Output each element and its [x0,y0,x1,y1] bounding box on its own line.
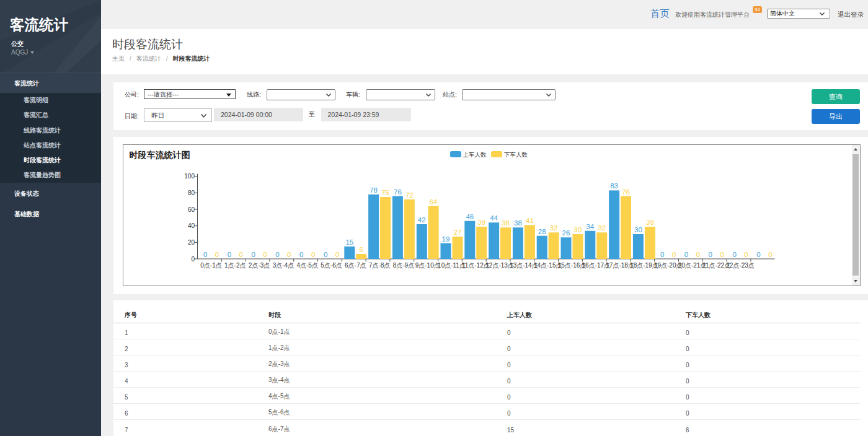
svg-text:76: 76 [622,188,630,195]
svg-text:0点-1点: 0点-1点 [200,261,221,268]
svg-text:46: 46 [466,212,474,220]
svg-text:0: 0 [299,250,303,258]
svg-text:8点-9点: 8点-9点 [392,261,414,268]
svg-text:0: 0 [203,250,206,258]
svg-text:32: 32 [598,224,606,232]
svg-text:78: 78 [370,186,378,194]
svg-text:38: 38 [514,219,522,227]
svg-text:80: 80 [187,190,195,196]
svg-text:9点-10点: 9点-10点 [415,261,440,268]
svg-text:0: 0 [251,250,255,258]
svg-text:0: 0 [768,250,772,258]
svg-text:0: 0 [263,250,267,258]
svg-text:39: 39 [646,219,654,226]
svg-text:0: 0 [311,250,314,258]
svg-text:0: 0 [227,250,231,258]
svg-text:30: 30 [574,226,582,233]
svg-text:0: 0 [191,255,195,262]
svg-text:3点-4点: 3点-4点 [272,261,293,268]
svg-text:20: 20 [187,238,195,245]
svg-text:0: 0 [756,250,760,258]
svg-text:0: 0 [708,250,712,258]
svg-text:0: 0 [696,250,699,258]
svg-text:6点-7点: 6点-7点 [345,261,366,268]
svg-text:34: 34 [586,222,594,230]
svg-text:1点-2点: 1点-2点 [224,261,246,268]
svg-text:41: 41 [526,217,534,224]
svg-text:0: 0 [744,250,748,258]
svg-text:0: 0 [239,250,242,258]
svg-text:26: 26 [562,229,570,237]
svg-text:0: 0 [660,250,663,258]
svg-text:32: 32 [549,224,557,232]
svg-text:22点-23点: 22点-23点 [726,261,755,268]
svg-text:39: 39 [477,219,485,226]
svg-text:28: 28 [538,227,546,235]
svg-text:7点-8点: 7点-8点 [368,261,389,268]
svg-text:0: 0 [323,250,327,258]
svg-text:40: 40 [187,222,195,229]
svg-text:15: 15 [345,238,353,246]
svg-text:0: 0 [720,250,724,258]
svg-text:60: 60 [187,206,195,212]
svg-text:83: 83 [610,182,618,190]
svg-text:100: 100 [184,173,195,180]
svg-text:42: 42 [417,216,425,224]
svg-text:6: 6 [359,246,363,253]
svg-text:0: 0 [684,250,688,258]
svg-text:44: 44 [490,214,498,222]
svg-text:0: 0 [287,250,291,258]
svg-text:76: 76 [394,188,402,195]
svg-text:0: 0 [335,250,339,258]
svg-text:4点-5点: 4点-5点 [296,261,317,268]
svg-text:0: 0 [275,250,279,258]
svg-text:30: 30 [634,226,642,233]
svg-text:64: 64 [429,198,437,205]
svg-text:0: 0 [671,250,675,258]
svg-text:27: 27 [453,229,461,236]
svg-text:72: 72 [405,191,413,199]
svg-text:5点-6点: 5点-6点 [321,261,342,268]
svg-text:75: 75 [381,189,389,196]
svg-text:19: 19 [441,235,450,242]
svg-text:0: 0 [732,250,736,258]
svg-text:38: 38 [502,219,510,227]
svg-text:0: 0 [215,250,218,258]
svg-text:2点-3点: 2点-3点 [248,261,269,268]
